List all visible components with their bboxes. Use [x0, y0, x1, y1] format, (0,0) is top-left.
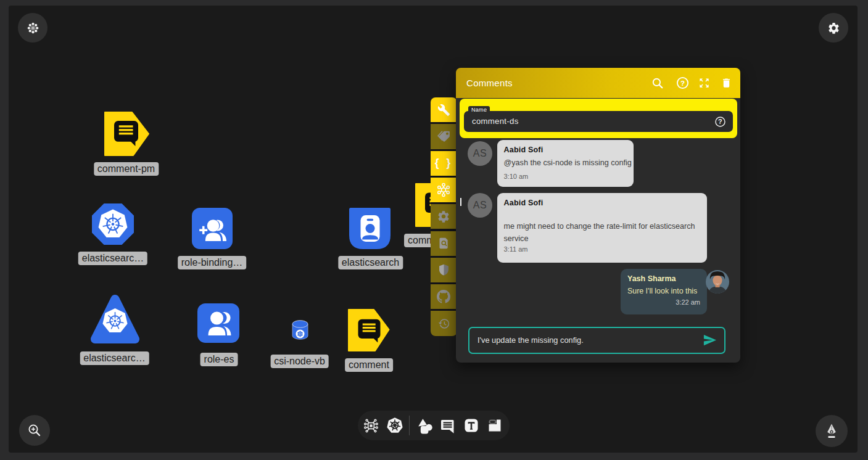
svg-text:?: ? [718, 118, 722, 125]
svg-text:?: ? [680, 80, 684, 87]
